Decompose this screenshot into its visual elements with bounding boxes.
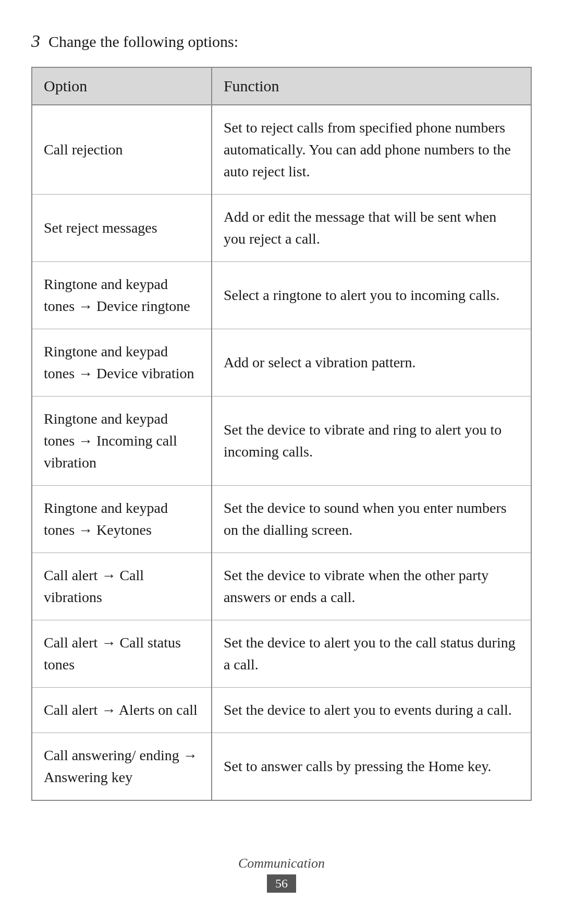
table-row: Call alert → Call status tonesSet the de… xyxy=(32,620,531,688)
table-row: Call answering/ ending → Answering keySe… xyxy=(32,733,531,801)
footer-label: Communication xyxy=(0,856,563,871)
option-cell: Ringtone and keypad tones → Keytones xyxy=(32,486,212,553)
option-cell: Ringtone and keypad tones → Device vibra… xyxy=(32,329,212,397)
header-function: Function xyxy=(212,67,531,105)
table-row: Ringtone and keypad tones → Incoming cal… xyxy=(32,397,531,486)
table-row: Call alert → Call vibrationsSet the devi… xyxy=(32,553,531,620)
function-cell: Set the device to vibrate when the other… xyxy=(212,553,531,620)
option-cell: Ringtone and keypad tones → Incoming cal… xyxy=(32,397,212,486)
function-cell: Set the device to alert you to events du… xyxy=(212,688,531,733)
header-option: Option xyxy=(32,67,212,105)
page-footer: Communication 56 xyxy=(0,856,563,893)
option-cell: Call alert → Call vibrations xyxy=(32,553,212,620)
option-cell: Call answering/ ending → Answering key xyxy=(32,733,212,801)
options-table: Option Function Call rejectionSet to rej… xyxy=(31,67,532,801)
table-row: Ringtone and keypad tones → KeytonesSet … xyxy=(32,486,531,553)
table-row: Ringtone and keypad tones → Device vibra… xyxy=(32,329,531,397)
function-cell: Add or select a vibration pattern. xyxy=(212,329,531,397)
function-cell: Select a ringtone to alert you to incomi… xyxy=(212,262,531,329)
footer-page-number: 56 xyxy=(267,874,296,893)
option-cell: Call alert → Alerts on call xyxy=(32,688,212,733)
function-cell: Set the device to alert you to the call … xyxy=(212,620,531,688)
table-row: Set reject messagesAdd or edit the messa… xyxy=(32,195,531,262)
function-cell: Set the device to sound when you enter n… xyxy=(212,486,531,553)
function-cell: Add or edit the message that will be sen… xyxy=(212,195,531,262)
step-number: 3 xyxy=(31,31,40,51)
intro-line: 3Change the following options: xyxy=(31,31,532,51)
option-cell: Set reject messages xyxy=(32,195,212,262)
function-cell: Set to answer calls by pressing the Home… xyxy=(212,733,531,801)
function-cell: Set to reject calls from specified phone… xyxy=(212,105,531,195)
table-row: Call rejectionSet to reject calls from s… xyxy=(32,105,531,195)
table-row: Call alert → Alerts on callSet the devic… xyxy=(32,688,531,733)
table-row: Ringtone and keypad tones → Device ringt… xyxy=(32,262,531,329)
intro-text: Change the following options: xyxy=(48,33,238,50)
page-container: 3Change the following options: Option Fu… xyxy=(0,0,563,843)
option-cell: Call rejection xyxy=(32,105,212,195)
option-cell: Call alert → Call status tones xyxy=(32,620,212,688)
option-cell: Ringtone and keypad tones → Device ringt… xyxy=(32,262,212,329)
function-cell: Set the device to vibrate and ring to al… xyxy=(212,397,531,486)
table-header-row: Option Function xyxy=(32,67,531,105)
